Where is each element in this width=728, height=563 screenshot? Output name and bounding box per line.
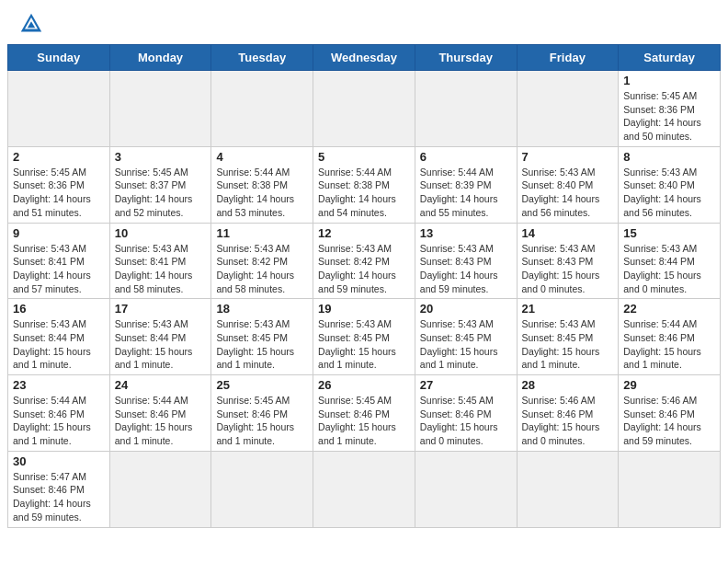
day-info: Sunrise: 5:43 AMSunset: 8:40 PMDaylight:… xyxy=(623,166,715,220)
date-number: 9 xyxy=(13,226,105,240)
calendar-cell: 21Sunrise: 5:43 AMSunset: 8:45 PMDayligh… xyxy=(517,299,619,375)
day-header-saturday: Saturday xyxy=(619,45,721,71)
date-number: 27 xyxy=(420,378,512,392)
date-number: 30 xyxy=(13,454,105,468)
calendar-cell: 9Sunrise: 5:43 AMSunset: 8:41 PMDaylight… xyxy=(8,223,110,299)
day-info: Sunrise: 5:43 AMSunset: 8:44 PMDaylight:… xyxy=(115,317,207,372)
date-number: 14 xyxy=(522,226,614,240)
calendar-cell: 7Sunrise: 5:43 AMSunset: 8:40 PMDaylight… xyxy=(517,146,619,223)
day-info: Sunrise: 5:43 AMSunset: 8:43 PMDaylight:… xyxy=(420,242,512,296)
calendar-cell: 26Sunrise: 5:45 AMSunset: 8:46 PMDayligh… xyxy=(313,375,415,452)
calendar-cell xyxy=(517,71,619,147)
day-info: Sunrise: 5:43 AMSunset: 8:40 PMDaylight:… xyxy=(522,166,614,220)
day-info: Sunrise: 5:44 AMSunset: 8:46 PMDaylight:… xyxy=(115,394,207,448)
calendar-body: 1Sunrise: 5:45 AMSunset: 8:36 PMDaylight… xyxy=(8,71,721,528)
date-number: 12 xyxy=(318,226,410,240)
calendar-cell xyxy=(109,71,211,147)
calendar-cell xyxy=(211,71,313,147)
date-number: 1 xyxy=(623,74,715,87)
day-info: Sunrise: 5:47 AMSunset: 8:46 PMDaylight:… xyxy=(13,470,105,524)
date-number: 21 xyxy=(522,302,614,316)
calendar-cell xyxy=(109,451,211,527)
day-info: Sunrise: 5:45 AMSunset: 8:36 PMDaylight:… xyxy=(623,89,715,144)
day-info: Sunrise: 5:43 AMSunset: 8:42 PMDaylight:… xyxy=(216,242,308,296)
day-info: Sunrise: 5:44 AMSunset: 8:38 PMDaylight:… xyxy=(216,166,308,220)
date-number: 10 xyxy=(115,226,207,240)
calendar-cell: 24Sunrise: 5:44 AMSunset: 8:46 PMDayligh… xyxy=(109,375,211,452)
day-info: Sunrise: 5:45 AMSunset: 8:36 PMDaylight:… xyxy=(13,166,105,220)
date-number: 13 xyxy=(420,226,512,240)
calendar-cell: 6Sunrise: 5:44 AMSunset: 8:39 PMDaylight… xyxy=(415,146,517,223)
calendar-cell: 4Sunrise: 5:44 AMSunset: 8:38 PMDaylight… xyxy=(211,146,313,223)
page-header xyxy=(0,0,728,44)
date-number: 26 xyxy=(318,378,410,392)
date-number: 16 xyxy=(13,302,105,316)
day-info: Sunrise: 5:43 AMSunset: 8:45 PMDaylight:… xyxy=(216,317,308,372)
day-info: Sunrise: 5:43 AMSunset: 8:45 PMDaylight:… xyxy=(522,317,614,372)
calendar-cell: 11Sunrise: 5:43 AMSunset: 8:42 PMDayligh… xyxy=(211,223,313,299)
calendar-header: SundayMondayTuesdayWednesdayThursdayFrid… xyxy=(8,45,721,71)
day-info: Sunrise: 5:44 AMSunset: 8:38 PMDaylight:… xyxy=(318,166,410,220)
logo xyxy=(18,11,48,37)
day-info: Sunrise: 5:46 AMSunset: 8:46 PMDaylight:… xyxy=(623,394,715,448)
calendar-table: SundayMondayTuesdayWednesdayThursdayFrid… xyxy=(7,44,721,528)
week-row-3: 9Sunrise: 5:43 AMSunset: 8:41 PMDaylight… xyxy=(8,223,721,299)
calendar-cell: 16Sunrise: 5:43 AMSunset: 8:44 PMDayligh… xyxy=(8,299,110,375)
calendar-cell: 23Sunrise: 5:44 AMSunset: 8:46 PMDayligh… xyxy=(8,375,110,452)
calendar-cell: 22Sunrise: 5:44 AMSunset: 8:46 PMDayligh… xyxy=(619,299,721,375)
calendar-cell: 1Sunrise: 5:45 AMSunset: 8:36 PMDaylight… xyxy=(619,71,721,147)
calendar-cell: 20Sunrise: 5:43 AMSunset: 8:45 PMDayligh… xyxy=(415,299,517,375)
calendar-cell: 13Sunrise: 5:43 AMSunset: 8:43 PMDayligh… xyxy=(415,223,517,299)
week-row-2: 2Sunrise: 5:45 AMSunset: 8:36 PMDaylight… xyxy=(8,146,721,223)
calendar-cell: 27Sunrise: 5:45 AMSunset: 8:46 PMDayligh… xyxy=(415,375,517,452)
day-info: Sunrise: 5:45 AMSunset: 8:46 PMDaylight:… xyxy=(420,394,512,448)
calendar-cell: 17Sunrise: 5:43 AMSunset: 8:44 PMDayligh… xyxy=(109,299,211,375)
date-number: 4 xyxy=(216,150,308,164)
day-info: Sunrise: 5:43 AMSunset: 8:45 PMDaylight:… xyxy=(318,317,410,372)
calendar-cell: 3Sunrise: 5:45 AMSunset: 8:37 PMDaylight… xyxy=(109,146,211,223)
generalblue-logo-icon xyxy=(18,11,44,37)
calendar-cell xyxy=(211,451,313,527)
calendar-cell: 25Sunrise: 5:45 AMSunset: 8:46 PMDayligh… xyxy=(211,375,313,452)
date-number: 8 xyxy=(623,150,715,164)
calendar-cell xyxy=(415,451,517,527)
calendar-cell: 28Sunrise: 5:46 AMSunset: 8:46 PMDayligh… xyxy=(517,375,619,452)
calendar-cell: 18Sunrise: 5:43 AMSunset: 8:45 PMDayligh… xyxy=(211,299,313,375)
week-row-1: 1Sunrise: 5:45 AMSunset: 8:36 PMDaylight… xyxy=(8,71,721,147)
day-info: Sunrise: 5:43 AMSunset: 8:45 PMDaylight:… xyxy=(420,317,512,372)
date-number: 18 xyxy=(216,302,308,316)
calendar-cell xyxy=(313,71,415,147)
date-number: 23 xyxy=(13,378,105,392)
day-info: Sunrise: 5:46 AMSunset: 8:46 PMDaylight:… xyxy=(522,394,614,448)
day-header-wednesday: Wednesday xyxy=(313,45,415,71)
calendar-cell: 19Sunrise: 5:43 AMSunset: 8:45 PMDayligh… xyxy=(313,299,415,375)
day-header-thursday: Thursday xyxy=(415,45,517,71)
date-number: 17 xyxy=(115,302,207,316)
calendar-cell: 14Sunrise: 5:43 AMSunset: 8:43 PMDayligh… xyxy=(517,223,619,299)
date-number: 5 xyxy=(318,150,410,164)
date-number: 2 xyxy=(13,150,105,164)
date-number: 29 xyxy=(623,378,715,392)
days-header-row: SundayMondayTuesdayWednesdayThursdayFrid… xyxy=(8,45,721,71)
date-number: 24 xyxy=(115,378,207,392)
date-number: 6 xyxy=(420,150,512,164)
calendar-cell xyxy=(313,451,415,527)
calendar-cell xyxy=(517,451,619,527)
date-number: 7 xyxy=(522,150,614,164)
day-info: Sunrise: 5:43 AMSunset: 8:42 PMDaylight:… xyxy=(318,242,410,296)
calendar-cell: 8Sunrise: 5:43 AMSunset: 8:40 PMDaylight… xyxy=(619,146,721,223)
day-info: Sunrise: 5:45 AMSunset: 8:46 PMDaylight:… xyxy=(216,394,308,448)
day-info: Sunrise: 5:45 AMSunset: 8:37 PMDaylight:… xyxy=(115,166,207,220)
day-info: Sunrise: 5:44 AMSunset: 8:46 PMDaylight:… xyxy=(13,394,105,448)
date-number: 15 xyxy=(623,226,715,240)
week-row-5: 23Sunrise: 5:44 AMSunset: 8:46 PMDayligh… xyxy=(8,375,721,452)
week-row-4: 16Sunrise: 5:43 AMSunset: 8:44 PMDayligh… xyxy=(8,299,721,375)
calendar-cell xyxy=(8,71,110,147)
calendar-cell: 5Sunrise: 5:44 AMSunset: 8:38 PMDaylight… xyxy=(313,146,415,223)
day-info: Sunrise: 5:43 AMSunset: 8:44 PMDaylight:… xyxy=(623,242,715,296)
date-number: 3 xyxy=(115,150,207,164)
week-row-6: 30Sunrise: 5:47 AMSunset: 8:46 PMDayligh… xyxy=(8,451,721,527)
calendar-container: SundayMondayTuesdayWednesdayThursdayFrid… xyxy=(0,44,728,535)
date-number: 28 xyxy=(522,378,614,392)
day-info: Sunrise: 5:44 AMSunset: 8:39 PMDaylight:… xyxy=(420,166,512,220)
